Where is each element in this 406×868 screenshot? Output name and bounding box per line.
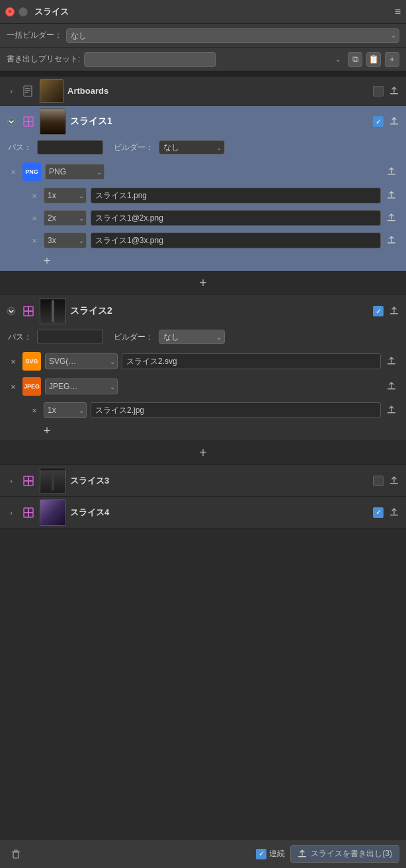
slice4-export-button[interactable]: [387, 506, 401, 519]
slice1-builder-label: ビルダー：: [114, 142, 153, 153]
export-preset-select[interactable]: [84, 52, 216, 67]
slice1-png-export-button[interactable]: [385, 165, 398, 178]
slice1-thumb: [40, 108, 66, 135]
slice2-checkbox[interactable]: ✓: [373, 306, 384, 316]
slice1-png-remove-button[interactable]: ×: [8, 166, 19, 177]
slice1-path-input[interactable]: [37, 140, 103, 155]
slice1-checkbox[interactable]: ✓: [373, 116, 384, 127]
sequential-check-row: ✓ 連続: [256, 848, 285, 859]
paste-preset-button[interactable]: 📋: [366, 52, 381, 67]
svg-rect-4: [390, 93, 398, 94]
slice3-checkbox[interactable]: [373, 476, 384, 486]
svg-rect-14: [387, 242, 395, 244]
slice1-3x-remove-button[interactable]: ×: [29, 235, 40, 246]
add-slice-after-slice1-button[interactable]: +: [0, 271, 406, 295]
svg-point-5: [7, 118, 15, 126]
slice3-expand-button[interactable]: ›: [5, 475, 17, 487]
svg-rect-19: [28, 311, 33, 316]
slice2-jpeg-1x-scale-select[interactable]: 1x 2x 3x: [44, 402, 87, 418]
slice1-1x-export-button[interactable]: [385, 189, 398, 202]
slice2-svg-format-select[interactable]: SVG(… PNG JPEG PDF: [45, 353, 118, 369]
slice1-expand-button[interactable]: [5, 116, 17, 127]
svg-rect-35: [298, 856, 306, 857]
slice2-svg-export-button[interactable]: [385, 355, 398, 368]
slice1-scale-row-1x: × 1x 2x 3x: [0, 185, 406, 206]
slice2-jpeg-format-wrapper: JPEG… PNG SVG PDF: [45, 379, 118, 394]
artboards-doc-icon: [21, 84, 36, 98]
svg-rect-21: [387, 363, 395, 365]
slice1-1x-remove-button[interactable]: ×: [29, 190, 40, 201]
slice2-jpeg-export-button[interactable]: [385, 380, 398, 393]
slice1-2x-remove-button[interactable]: ×: [29, 213, 40, 223]
slice2-builder-select-wrapper: なし: [159, 330, 225, 344]
slice1-3x-export-button[interactable]: [385, 234, 398, 247]
slice2-jpeg-1x-export-button[interactable]: [385, 404, 398, 417]
slice1-3x-filename-input[interactable]: [91, 233, 381, 248]
slice2-path-input[interactable]: [37, 330, 103, 344]
add-slice-after-slice2-button[interactable]: +: [0, 441, 406, 465]
slice4-checkbox[interactable]: ✓: [373, 507, 384, 518]
menu-button[interactable]: ≡: [395, 6, 401, 18]
bottom-bar: ✓ 連続 スライスを書き出し(3): [0, 839, 406, 868]
slice2-add-scale-button[interactable]: +: [40, 423, 54, 438]
slice1-2x-export-button[interactable]: [385, 211, 398, 225]
slice1-1x-filename-input[interactable]: [91, 188, 381, 203]
svg-rect-12: [387, 198, 395, 199]
close-button[interactable]: ×: [5, 7, 15, 17]
slice2-path-row: パス： ビルダー： なし: [0, 327, 406, 347]
slice4-thumb-image: [40, 500, 65, 525]
slice3-thumb: [40, 468, 66, 494]
delete-button[interactable]: [7, 845, 25, 863]
slice4-expand-button[interactable]: ›: [5, 507, 17, 519]
slice2-export-button[interactable]: [387, 305, 401, 318]
sequential-label: 連続: [269, 848, 285, 859]
artboards-checkbox[interactable]: [373, 86, 384, 96]
svg-point-15: [7, 307, 15, 315]
svg-rect-29: [24, 508, 28, 513]
artboards-expand-button[interactable]: ›: [5, 85, 17, 97]
slice1-format-select[interactable]: PNG SVG JPEG PDF: [45, 164, 104, 180]
slice1-2x-filename-input[interactable]: [91, 210, 381, 226]
copy-preset-button[interactable]: ⧉: [348, 52, 362, 67]
export-preset-select-wrapper: [84, 52, 344, 67]
svg-rect-20: [390, 313, 398, 314]
slice2-jpeg-format-select[interactable]: JPEG… PNG SVG PDF: [45, 379, 118, 394]
slice1-1x-scale-select[interactable]: 1x 2x 3x: [44, 188, 87, 203]
slice4-type-icon: [21, 505, 36, 520]
slice2-svg-filename-input[interactable]: [122, 353, 381, 369]
svg-rect-8: [24, 122, 28, 126]
slice1-builder-select[interactable]: なし: [159, 140, 225, 155]
bulk-builder-row: 一括ビルダー： なし: [0, 24, 406, 48]
slice1-scale-row-3x: × 1x 2x 3x: [0, 230, 406, 251]
slice2-format-row-jpeg: × JPEG JPEG… PNG SVG PDF: [0, 375, 406, 398]
svg-rect-13: [387, 220, 395, 221]
slice1-format-select-wrapper: PNG SVG JPEG PDF: [45, 164, 104, 180]
export-all-button[interactable]: スライスを書き出し(3): [290, 845, 399, 863]
slice2-svg-remove-button[interactable]: ×: [8, 356, 19, 367]
slice1-export-button[interactable]: [387, 115, 401, 128]
slice3-thumb-image: [40, 470, 65, 493]
slice2-path-label: パス：: [8, 332, 32, 343]
add-preset-button[interactable]: +: [385, 52, 399, 67]
slice3-export-button[interactable]: [387, 474, 401, 488]
artboards-export-button[interactable]: [387, 85, 401, 98]
slice2-jpeg-1x-scale-wrapper: 1x 2x 3x: [44, 402, 87, 418]
slice1-2x-scale-select[interactable]: 1x 2x 3x: [44, 210, 87, 226]
add-preset-icon: +: [389, 54, 395, 64]
slice1-3x-scale-select[interactable]: 1x 2x 3x: [44, 233, 87, 248]
sequential-checkbox[interactable]: ✓: [256, 849, 266, 859]
bulk-builder-select[interactable]: なし: [66, 28, 399, 43]
svg-rect-30: [28, 508, 33, 513]
slice2-jpeg-remove-button[interactable]: ×: [8, 381, 19, 392]
slice4-thumb: [40, 499, 66, 526]
slice2-builder-select[interactable]: なし: [159, 330, 225, 344]
slice2-expand-button[interactable]: [5, 305, 17, 317]
pause-button[interactable]: [19, 7, 28, 17]
slice3-type-icon: [21, 474, 36, 488]
slice2-jpeg-1x-remove-button[interactable]: ×: [29, 405, 40, 416]
slice1-add-scale-button[interactable]: +: [40, 254, 54, 268]
svg-rect-27: [28, 481, 33, 486]
slice2-jpeg-1x-filename-input[interactable]: [91, 402, 381, 418]
slice1-path-row: パス： ビルダー： なし: [0, 137, 406, 157]
svg-rect-32: [28, 513, 33, 517]
